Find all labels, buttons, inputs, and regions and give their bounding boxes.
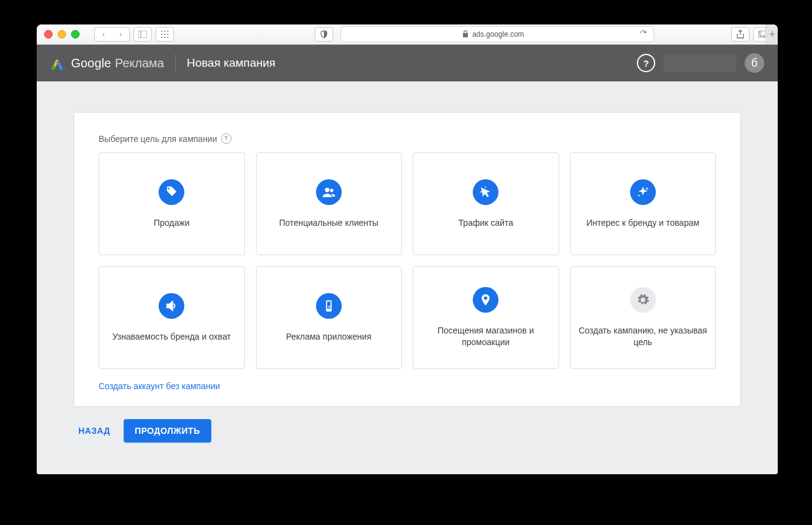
- avatar[interactable]: б: [745, 53, 764, 73]
- brand-google: Google: [71, 56, 111, 70]
- browser-titlebar: ‹ ›: [37, 24, 778, 45]
- new-tab-button[interactable]: +: [765, 24, 778, 44]
- svg-rect-6: [164, 34, 165, 35]
- svg-rect-4: [167, 31, 168, 32]
- sidebar-toggle-button[interactable]: [133, 27, 152, 42]
- svg-point-13: [51, 66, 56, 70]
- google-ads-logo[interactable]: Google Реклама: [50, 56, 164, 70]
- pin-icon: [473, 287, 498, 313]
- window-zoom-button[interactable]: [71, 30, 80, 39]
- window-close-button[interactable]: [44, 30, 53, 39]
- goal-card-people[interactable]: Потенциальные клиенты: [256, 152, 402, 255]
- svg-rect-5: [161, 34, 162, 35]
- goal-grid: ПродажиПотенциальные клиентыТрафик сайта…: [99, 152, 716, 369]
- svg-point-14: [325, 187, 329, 192]
- page-title: Новая кампания: [187, 56, 276, 70]
- goal-label: Посещения магазинов и промоакции: [421, 325, 551, 348]
- tag-icon: [159, 179, 184, 205]
- tab-grid-button[interactable]: [156, 27, 174, 42]
- reload-icon[interactable]: [639, 29, 647, 39]
- create-account-link[interactable]: Создать аккаунт без кампании: [99, 381, 220, 391]
- privacy-shield-button[interactable]: [315, 27, 333, 42]
- content-area: Выберите цель для кампании ? ПродажиПоте…: [37, 81, 778, 474]
- traffic-lights: [44, 30, 80, 39]
- goal-label: Реклама приложения: [286, 331, 371, 343]
- goal-label: Продажи: [154, 217, 189, 229]
- goal-label: Создать кампанию, не указывая цель: [578, 325, 709, 348]
- address-bar[interactable]: ads.google.com: [340, 26, 654, 42]
- svg-rect-7: [167, 34, 168, 35]
- goal-label: Трафик сайта: [459, 217, 513, 229]
- goal-card-speaker[interactable]: Узнаваемость бренда и охват: [99, 266, 245, 369]
- share-button[interactable]: [731, 27, 750, 42]
- chevron-left-icon: ‹: [95, 30, 112, 39]
- goal-label: Узнаваемость бренда и охват: [112, 331, 231, 343]
- phone-icon: [316, 293, 342, 319]
- app-header: Google Реклама Новая кампания ? б: [37, 45, 778, 81]
- browser-window: ‹ ›: [37, 24, 778, 474]
- ads-logo-icon: [50, 56, 65, 70]
- back-button[interactable]: НАЗАД: [73, 420, 115, 442]
- goal-label: Потенциальные клиенты: [279, 217, 378, 229]
- svg-point-15: [330, 188, 334, 192]
- svg-rect-2: [161, 31, 162, 32]
- chevron-right-icon: ›: [112, 30, 129, 39]
- goal-card-cursor[interactable]: Трафик сайта: [413, 152, 559, 255]
- goal-card-phone[interactable]: Реклама приложения: [256, 266, 402, 369]
- account-info[interactable]: [664, 54, 736, 72]
- brand-ads: Реклама: [115, 56, 164, 70]
- goal-label: Интерес к бренду и товарам: [586, 217, 699, 229]
- speaker-icon: [159, 293, 184, 319]
- url-text: ads.google.com: [472, 30, 524, 39]
- help-icon[interactable]: ?: [637, 54, 655, 72]
- help-tooltip-icon[interactable]: ?: [221, 133, 231, 144]
- people-icon: [316, 179, 342, 205]
- svg-rect-3: [164, 31, 165, 32]
- gear-icon: [630, 287, 656, 313]
- svg-rect-9: [164, 37, 165, 38]
- section-title: Выберите цель для кампании: [99, 134, 217, 144]
- goal-card-pin[interactable]: Посещения магазинов и промоакции: [413, 266, 559, 369]
- cursor-icon: [473, 179, 498, 205]
- sparkle-icon: [630, 179, 656, 205]
- nav-back-forward[interactable]: ‹ ›: [94, 27, 130, 42]
- svg-rect-0: [138, 31, 147, 38]
- svg-rect-10: [167, 37, 168, 38]
- goal-card-panel: Выберите цель для кампании ? ПродажиПоте…: [73, 112, 741, 407]
- goal-card-sparkle[interactable]: Интерес к бренду и товарам: [570, 152, 716, 255]
- continue-button[interactable]: ПРОДОЛЖИТЬ: [124, 419, 211, 442]
- divider: [175, 54, 176, 72]
- lock-icon: [462, 30, 468, 39]
- goal-card-tag[interactable]: Продажи: [99, 152, 245, 255]
- goal-card-gear[interactable]: Создать кампанию, не указывая цель: [570, 266, 716, 369]
- window-minimize-button[interactable]: [58, 30, 66, 39]
- svg-rect-8: [161, 37, 162, 38]
